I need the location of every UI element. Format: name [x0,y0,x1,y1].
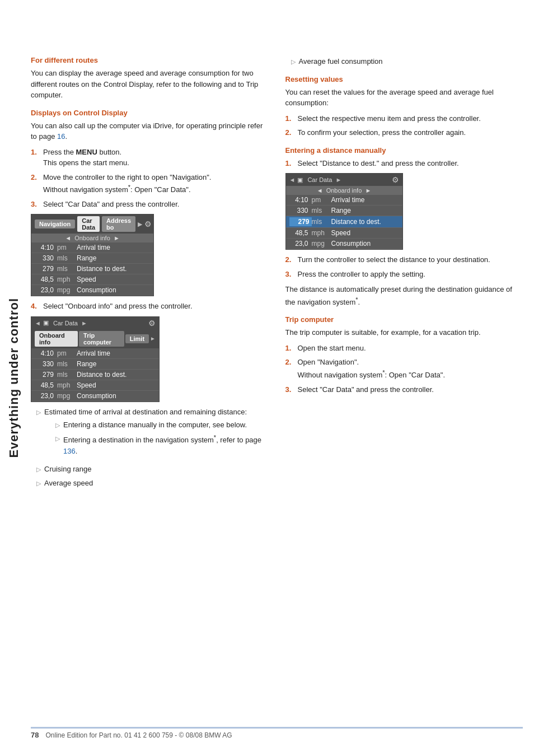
distance-step-1: 1. Select "Distance to dest." and press … [285,158,523,169]
table-row-r5: 23,0 mpg Consumption [286,239,402,249]
step-3: 3. Select "Car Data" and press the contr… [31,199,269,210]
sub-bullet-list: ▷ Entering a distance manually in the co… [55,419,269,456]
car-data-icon: ▣ [43,319,49,326]
ui-table-1: Navigation Car Data Address bo ▶ ⚙ ◄ Onb… [31,214,154,296]
tab-trip-computer: Trip computer [79,331,124,347]
para-idrive: You can also call up the computer via iD… [31,120,269,142]
bullet-item-range: ▷ Cruising range [36,464,269,475]
sub-bullet-arrow-icon: ▷ [55,421,60,430]
sidebar: Everything under control [0,0,28,756]
table-row: 4:10 pm Arrival time [31,348,159,359]
left-column: For different routes You can display the… [31,56,269,493]
para-different-routes: You can display the average speed and av… [31,68,269,101]
trip-steps: 1. Open the start menu. 2. Open "Navigat… [285,343,523,395]
settings-icon: ⚙ [144,220,152,228]
ui-table-2-tabs: Onboard info Trip computer Limit ► [31,329,159,348]
heading-trip-computer: Trip computer [285,315,523,324]
bullet-avg-fuel: ▷ Average fuel consumption [291,56,523,67]
sub-bullet-arrow-icon: ▷ [55,434,60,444]
steps-after-table: 2. Turn the controller to select the dis… [285,254,523,279]
tab-onboard-info: Onboard info [35,331,78,347]
steps-list-2: 4. Select "Onboard info" and press the c… [31,301,269,312]
after-table-step-2: 2. Turn the controller to select the dis… [285,254,523,265]
reset-step-1: 1. Select the respective menu item and p… [285,113,523,124]
para-trip-computer: The trip computer is suitable, for examp… [285,327,523,338]
bullet-arrow-icon: ▷ [36,408,41,417]
right-column: ▷ Average fuel consumption Resetting val… [285,56,523,493]
step-1: 1. Press the MENU button.This opens the … [31,147,269,169]
ui-table-right: ◄ ▣ Car Data ► ⚙ ◄ Onboard info ► 4:10 p… [285,173,403,250]
tab-limit: Limit [125,334,149,343]
heading-displays-on-control-display: Displays on Control Display [31,109,269,117]
page-number: 78 [31,731,39,739]
arrow-left-icon-r: ◄ [289,176,296,183]
table-row-r2: 330 mls Range [286,206,402,216]
heading-resetting-values: Resetting values [285,75,523,83]
heading-entering-distance: Entering a distance manually [285,146,523,155]
sidebar-label: Everything under control [7,298,21,458]
bullet-arrow-icon3: ▷ [36,479,41,488]
table-row: 279 mls Distance to dest. [31,264,153,274]
steps-list-1: 1. Press the MENU button.This opens the … [31,147,269,210]
table-row: 279 mls Distance to dest. [31,370,159,380]
tab-address: Address bo [102,216,135,232]
ui-table-2: ◄ ▣ Car Data ► ⚙ Onboard info Trip compu… [31,316,160,402]
table-row: 330 mls Range [31,359,159,370]
settings-icon2: ⚙ [148,319,156,328]
step-4: 4. Select "Onboard info" and press the c… [31,301,269,312]
car-data-label: Car Data [53,320,78,326]
after-table-step-3: 3. Press the controller to apply the set… [285,269,523,280]
ui-table-right-header: ◄ ▣ Car Data ► ⚙ [286,174,402,186]
link-page136[interactable]: 136 [63,447,76,455]
ui-table-2-header: ◄ ▣ Car Data ► ⚙ [31,317,159,329]
reset-steps: 1. Select the respective menu item and p… [285,113,523,138]
bullet-item-eta: ▷ Estimated time of arrival at destinati… [36,407,269,461]
footer-text: Online Edition for Part no. 01 41 2 600 … [45,731,232,739]
table-row-r4: 48,5 mph Speed [286,228,402,239]
bullet-list-right-top: ▷ Average fuel consumption [291,56,523,67]
heading-for-different-routes: For different routes [31,56,269,64]
step-2: 2. Move the controller to the right to o… [31,172,269,195]
page-footer: 78 Online Edition for Part no. 01 41 2 6… [31,727,523,739]
bullet-arrow-icon-r: ▷ [291,57,296,67]
sub-bullet-item-2: ▷ Entering a destination in the navigati… [55,433,269,456]
sub-bullet-item-1: ▷ Entering a distance manually in the co… [55,419,269,431]
arrow-right-icon: ▶ [138,221,142,228]
tab-car-data-active: Car Data [77,216,100,232]
table-row: 23,0 mpg Consumption [31,391,159,402]
arrow-right-icon-r: ► [335,176,341,183]
ui-table-right-subheader: ◄ Onboard info ► [286,186,402,195]
note-distance: The distance is automatically preset dur… [285,284,523,307]
distance-steps: 1. Select "Distance to dest." and press … [285,158,523,169]
ui-table-1-subheader: ◄ Onboard info ► [31,234,153,242]
tab-arrow-right: ► [150,335,156,342]
arrow-right-icon2: ► [81,320,87,326]
arrow-left-icon: ◄ [35,320,41,326]
bullet-item-avg-speed: ▷ Average speed [36,478,269,489]
table-row: 48,5 mph Speed [31,380,159,391]
tab-navigation: Navigation [35,220,75,228]
table-row-r3-highlighted: 279 mls Distance to dest. [286,216,402,228]
ui-table-1-header: Navigation Car Data Address bo ▶ ⚙ [31,214,153,234]
table-row: 48,5 mph Speed [31,274,153,285]
bullet-arrow-icon2: ▷ [36,465,41,474]
para-resetting: You can reset the values for the average… [285,87,523,109]
trip-step-1: 1. Open the start menu. [285,343,523,354]
table-row: 330 mls Range [31,253,153,264]
table-row-r1: 4:10 pm Arrival time [286,195,402,206]
settings-icon-r: ⚙ [392,175,399,184]
trip-step-3: 3. Select "Car Data" and press the contr… [285,384,523,395]
trip-step-2: 2. Open "Navigation".Without navigation … [285,357,523,380]
link-page16[interactable]: 16 [57,132,65,141]
table-row: 4:10 pm Arrival time [31,242,153,253]
car-data-label-r: Car Data [307,176,332,183]
table-row: 23,0 mpg Consumption [31,285,153,296]
bullet-list-left: ▷ Estimated time of arrival at destinati… [36,407,269,488]
reset-step-2: 2. To confirm your selection, press the … [285,127,523,138]
car-icon-r: ▣ [297,176,303,184]
